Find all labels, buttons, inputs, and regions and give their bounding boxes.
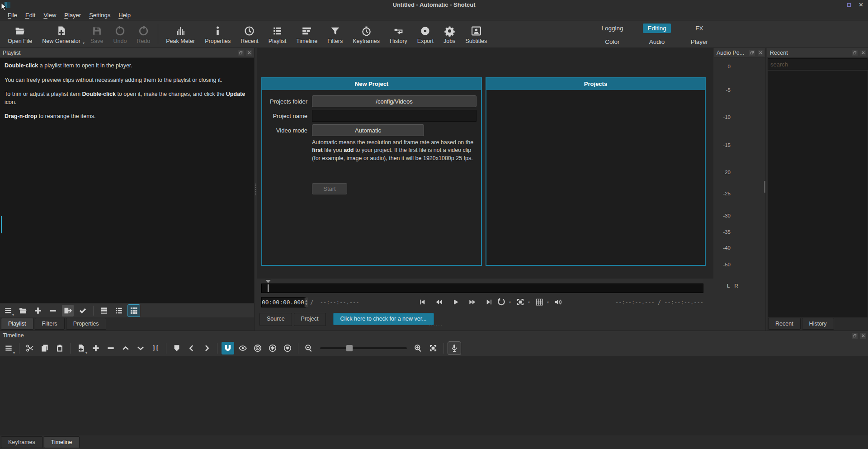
toolbar-keyframes[interactable]: Keyframes [348, 24, 385, 45]
playlist-open-in-player-button[interactable] [62, 305, 74, 317]
menu-view[interactable]: View [39, 11, 60, 19]
timeline-zoom-out-button[interactable] [302, 342, 315, 354]
layout-tab-color[interactable]: Color [600, 37, 624, 47]
timeline-minus-button[interactable] [104, 342, 117, 354]
recent-close-icon[interactable] [860, 50, 866, 56]
close-button-icon[interactable]: ✕ [859, 2, 864, 8]
playlist-view-tiles-button[interactable] [113, 305, 125, 317]
toolbar-export[interactable]: Export [412, 24, 439, 45]
layout-tab-logging[interactable]: Logging [597, 24, 627, 33]
recent-tab-history[interactable]: History [802, 318, 834, 330]
toolbar-save[interactable]: Save [85, 24, 108, 45]
timeline-ripple-button[interactable] [251, 342, 264, 354]
timeline-snap-button[interactable] [222, 342, 234, 354]
playlist-float-icon[interactable] [238, 50, 244, 56]
timeline-menu-button[interactable]: ▾ [2, 342, 15, 354]
recent-tab-recent[interactable]: Recent [768, 318, 801, 330]
toolbar-open-file[interactable]: Open File [3, 24, 37, 45]
timeline-ripple-markers-button[interactable] [281, 342, 294, 354]
timecode-spin-buttons[interactable]: ▲▼ [304, 298, 308, 307]
project-name-input[interactable] [312, 110, 476, 122]
playlist-tab-properties[interactable]: Properties [66, 318, 106, 330]
slider-handle[interactable] [346, 345, 353, 351]
recent-float-icon[interactable] [852, 50, 858, 56]
toolbar-peak-meter[interactable]: Peak Meter [161, 24, 200, 45]
timeline-chevron-up-button[interactable] [119, 342, 132, 354]
timeline-zoom-fit-button[interactable] [427, 342, 439, 354]
meter-splitter-grip[interactable] [764, 181, 765, 193]
video-mode-button[interactable]: Automatic [312, 124, 424, 136]
skip-start-button[interactable] [416, 296, 429, 308]
menu-file[interactable]: File [4, 11, 21, 19]
playlist-open-folder-button[interactable] [17, 305, 29, 317]
menu-player[interactable]: Player [60, 11, 85, 19]
timeline-scrub-button[interactable] [236, 342, 249, 354]
layout-tab-player[interactable]: Player [686, 37, 712, 47]
playlist-check-button[interactable] [77, 305, 89, 317]
zoom-fit-player-button[interactable] [514, 296, 526, 308]
seek-bar[interactable] [261, 279, 703, 293]
timeline-float-icon[interactable] [852, 333, 858, 339]
dropdown-arrow-icon[interactable]: ▾ [547, 300, 549, 304]
timeline-next-marker-button[interactable] [200, 342, 213, 354]
toolbar-history[interactable]: History [385, 24, 412, 45]
projects-folder-button[interactable]: /config/Videos [312, 95, 476, 107]
audio-meter-close-icon[interactable] [758, 50, 764, 56]
timecode-spinner[interactable]: 00:00:00.000 ▲▼ [261, 297, 306, 307]
menu-edit[interactable]: Edit [21, 11, 39, 19]
playlist-tab-playlist[interactable]: Playlist [1, 318, 33, 330]
volume-button[interactable] [552, 296, 564, 308]
layout-tab-fx[interactable]: FX [691, 24, 708, 33]
toolbar-recent[interactable]: Recent [236, 24, 264, 45]
audio-meter-float-icon[interactable] [749, 50, 755, 56]
playlist-view-details-button[interactable] [98, 305, 110, 317]
toolbar-filters[interactable]: Filters [322, 24, 348, 45]
playlist-plus-button[interactable] [32, 305, 44, 317]
toolbar-redo[interactable]: Redo [132, 24, 155, 45]
menu-help[interactable]: Help [114, 11, 135, 19]
timeline-cut-button[interactable] [24, 342, 36, 354]
player-tab-project[interactable]: Project [294, 313, 326, 326]
timeline-zoom-in-button[interactable] [412, 342, 425, 354]
timeline-prev-marker-button[interactable] [185, 342, 198, 354]
skip-end-button[interactable] [483, 296, 495, 308]
loop-button[interactable] [495, 296, 507, 308]
playlist-tab-filters[interactable]: Filters [35, 318, 65, 330]
play-button[interactable] [449, 296, 462, 308]
projects-list[interactable] [486, 90, 705, 265]
timeline-record-audio-button[interactable] [448, 342, 461, 354]
timeline-chevron-down-button[interactable] [134, 342, 147, 354]
player-tab-source[interactable]: Source [259, 313, 292, 326]
timeline-close-icon[interactable] [860, 333, 866, 339]
timeline-paste-button[interactable] [53, 342, 66, 354]
toolbar-subtitles[interactable]: Subtitles [460, 24, 492, 45]
toolbar-undo[interactable]: Undo [108, 24, 132, 45]
horizontal-splitter-grip[interactable]: ······ [429, 325, 447, 328]
rewind-button[interactable] [433, 296, 445, 308]
timeline-tab-timeline[interactable]: Timeline [44, 436, 80, 448]
dropdown-arrow-icon[interactable]: ▾ [528, 300, 530, 304]
playlist-view-icons-button[interactable] [128, 305, 140, 317]
update-check-button[interactable]: Click here to check for a new ver... [333, 313, 434, 325]
recent-search-input[interactable] [768, 58, 868, 70]
playhead-icon[interactable] [265, 280, 271, 283]
toolbar-new-generator[interactable]: New Generator ▾ [37, 24, 85, 45]
playlist-menu-button[interactable]: ▾ [2, 305, 14, 317]
timeline-marker-button[interactable] [170, 342, 183, 354]
timeline-split-button[interactable]: ][ [149, 342, 162, 354]
playlist-minus-button[interactable] [47, 305, 59, 317]
menu-settings[interactable]: Settings [85, 11, 114, 19]
timeline-tab-keyframes[interactable]: Keyframes [1, 436, 42, 448]
timeline-copy-button[interactable] [38, 342, 51, 354]
toolbar-timeline[interactable]: Timeline [291, 24, 322, 45]
grid-button[interactable] [533, 296, 545, 308]
recent-list[interactable] [768, 71, 868, 317]
dropdown-arrow-icon[interactable]: ▾ [509, 300, 511, 304]
current-timecode[interactable]: 00:00:00.000 [262, 298, 304, 307]
fast-forward-button[interactable] [466, 296, 479, 308]
playlist-close-icon[interactable] [246, 50, 252, 56]
toolbar-properties[interactable]: Properties [200, 24, 236, 45]
layout-tab-audio[interactable]: Audio [645, 37, 670, 47]
toolbar-jobs[interactable]: Jobs [439, 24, 460, 45]
timeline-plus-button[interactable] [90, 342, 102, 354]
